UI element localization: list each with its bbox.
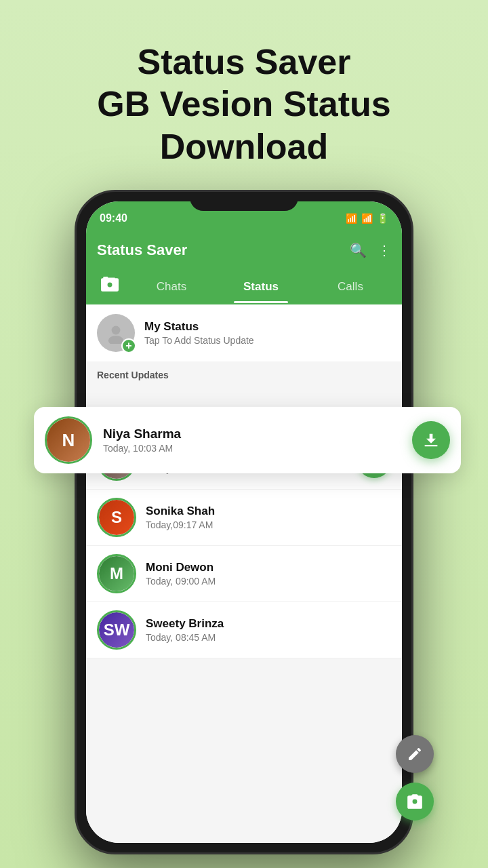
floating-time-1: Today, 10:03 AM bbox=[103, 443, 401, 454]
status-name-4: Moni Dewon bbox=[146, 561, 391, 574]
phone-outer: 09:40 📶 📶 🔋 Status Saver 🔍 ⋮ bbox=[75, 190, 413, 854]
avatar-img-3: S bbox=[99, 500, 134, 535]
status-info-3: Sonika Shah Today,09:17 AM bbox=[146, 505, 391, 530]
signal-icon: 📶 bbox=[361, 213, 373, 224]
wifi-icon: 📶 bbox=[346, 213, 357, 224]
my-status-text: My Status Tap To Add Status Update bbox=[144, 320, 254, 346]
status-avatar-4: M bbox=[97, 554, 136, 593]
tab-chats[interactable]: Chats bbox=[127, 271, 216, 303]
floating-name-1: Niya Sharma bbox=[103, 427, 401, 441]
my-status-avatar: + bbox=[97, 314, 135, 352]
status-avatar-5: SW bbox=[97, 610, 136, 650]
svg-point-0 bbox=[112, 326, 121, 335]
tab-calls[interactable]: Calls bbox=[306, 271, 395, 303]
page-title-area: Status Saver GB Vesion Status Download bbox=[0, 0, 488, 188]
phone-screen: 09:40 📶 📶 🔋 Status Saver 🔍 ⋮ bbox=[86, 201, 402, 843]
floating-info-1: Niya Sharma Today, 10:03 AM bbox=[103, 427, 401, 454]
content-area: + My Status Tap To Add Status Update Rec… bbox=[86, 304, 402, 843]
tabs-bar: Chats Status Calls bbox=[86, 269, 402, 304]
camera-tab-icon[interactable] bbox=[93, 276, 127, 298]
avatar-img-4: M bbox=[99, 556, 134, 591]
status-info-5: Sweety Brinza Today, 08:45 AM bbox=[146, 617, 391, 643]
status-item-3: S Sonika Shah Today,09:17 AM bbox=[86, 490, 402, 546]
status-time-5: Today, 08:45 AM bbox=[146, 632, 391, 643]
floating-avatar-img-1: N bbox=[47, 418, 90, 462]
my-status-row: + My Status Tap To Add Status Update bbox=[86, 304, 402, 361]
battery-icon: 🔋 bbox=[377, 213, 388, 224]
more-options-icon[interactable]: ⋮ bbox=[378, 242, 391, 258]
fab-edit-button[interactable] bbox=[396, 735, 434, 773]
status-item-4: M Moni Dewon Today, 09:00 AM bbox=[86, 546, 402, 602]
add-status-badge[interactable]: + bbox=[121, 338, 136, 353]
floating-avatar-1: N bbox=[45, 416, 92, 464]
status-info-4: Moni Dewon Today, 09:00 AM bbox=[146, 561, 391, 587]
my-status-title: My Status bbox=[144, 320, 254, 334]
search-icon[interactable]: 🔍 bbox=[350, 242, 367, 258]
tab-status[interactable]: Status bbox=[216, 271, 306, 303]
status-icons: 📶 📶 🔋 bbox=[346, 213, 388, 224]
recent-updates-label: Recent Updates bbox=[86, 361, 402, 386]
page-title-line1: Status Saver bbox=[27, 41, 461, 83]
my-status-subtitle: Tap To Add Status Update bbox=[144, 335, 254, 346]
status-time: 09:40 bbox=[100, 212, 127, 224]
notch bbox=[190, 192, 298, 211]
page-title-line2: GB Vesion Status Download bbox=[27, 83, 461, 167]
avatar-img-5: SW bbox=[99, 612, 134, 648]
floating-download-btn-1[interactable] bbox=[412, 421, 450, 459]
status-avatar-3: S bbox=[97, 498, 136, 537]
header-icons-group: 🔍 ⋮ bbox=[350, 242, 391, 258]
status-time-3: Today,09:17 AM bbox=[146, 519, 391, 530]
status-item-5: SW Sweety Brinza Today, 08:45 AM bbox=[86, 602, 402, 658]
app-header: Status Saver 🔍 ⋮ bbox=[86, 231, 402, 269]
app-header-title: Status Saver bbox=[97, 241, 187, 259]
floating-status-card-1: N Niya Sharma Today, 10:03 AM bbox=[34, 407, 461, 473]
status-time-4: Today, 09:00 AM bbox=[146, 576, 391, 587]
phone-wrapper: 09:40 📶 📶 🔋 Status Saver 🔍 ⋮ bbox=[75, 190, 413, 854]
status-name-5: Sweety Brinza bbox=[146, 617, 391, 631]
status-name-3: Sonika Shah bbox=[146, 505, 391, 518]
fab-camera-button[interactable] bbox=[396, 783, 434, 821]
